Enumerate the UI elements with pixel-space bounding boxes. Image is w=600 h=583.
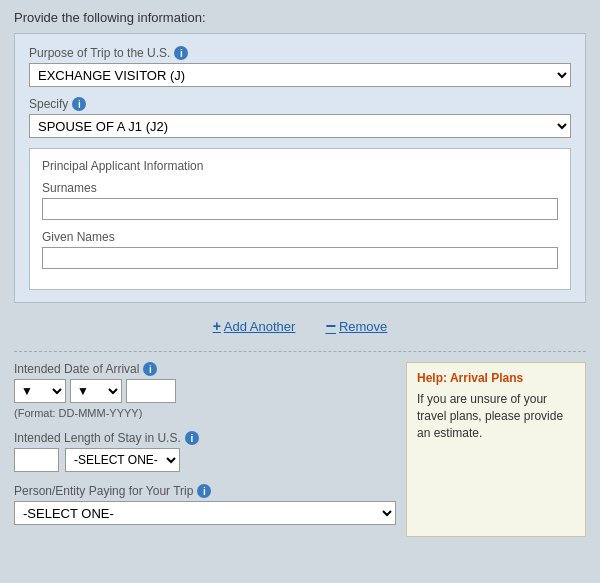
help-panel: Help: Arrival Plans If you are unsure of… — [406, 362, 586, 537]
date-row: ▼ ▼ — [14, 379, 396, 403]
month-select[interactable]: ▼ — [70, 379, 122, 403]
day-select[interactable]: ▼ — [14, 379, 66, 403]
plus-icon: + — [213, 318, 221, 334]
specify-select[interactable]: SPOUSE OF A J1 (J2) DEPENDENT CHILD OTHE… — [29, 114, 571, 138]
main-container: Provide the following information: Purpo… — [0, 0, 600, 547]
bottom-left: Intended Date of Arrival i ▼ ▼ (Format: … — [14, 362, 396, 537]
surnames-input[interactable] — [42, 198, 558, 220]
purpose-label: Purpose of Trip to the U.S. i — [29, 46, 571, 60]
given-names-label: Given Names — [42, 230, 558, 244]
given-names-field-group: Given Names — [42, 230, 558, 269]
section-intro: Provide the following information: — [14, 10, 586, 25]
purpose-info-icon[interactable]: i — [174, 46, 188, 60]
arrival-info-icon[interactable]: i — [143, 362, 157, 376]
trip-info-card: Purpose of Trip to the U.S. i EXCHANGE V… — [14, 33, 586, 303]
surnames-field-group: Surnames — [42, 181, 558, 220]
specify-field-group: Specify i SPOUSE OF A J1 (J2) DEPENDENT … — [29, 97, 571, 138]
arrival-date-group: Intended Date of Arrival i ▼ ▼ (Format: … — [14, 362, 396, 419]
specify-info-icon[interactable]: i — [72, 97, 86, 111]
principal-box: Principal Applicant Information Surnames… — [29, 148, 571, 290]
principal-title: Principal Applicant Information — [42, 159, 558, 173]
add-another-button[interactable]: + Add Another — [213, 317, 296, 335]
length-unit-select[interactable]: -SELECT ONE- DAYS WEEKS MONTHS YEARS — [65, 448, 180, 472]
paying-select[interactable]: -SELECT ONE- SELF US PETITIONER EMPLOYER… — [14, 501, 396, 525]
help-title: Help: Arrival Plans — [417, 371, 575, 385]
section-divider — [14, 351, 586, 352]
purpose-field-group: Purpose of Trip to the U.S. i EXCHANGE V… — [29, 46, 571, 87]
specify-label: Specify i — [29, 97, 571, 111]
length-stay-label: Intended Length of Stay in U.S. i — [14, 431, 396, 445]
bottom-section: Intended Date of Arrival i ▼ ▼ (Format: … — [14, 362, 586, 537]
add-remove-row: + Add Another − Remove — [14, 309, 586, 347]
given-names-input[interactable] — [42, 247, 558, 269]
length-stay-group: Intended Length of Stay in U.S. i -SELEC… — [14, 431, 396, 472]
surnames-label: Surnames — [42, 181, 558, 195]
purpose-select[interactable]: EXCHANGE VISITOR (J) STUDENT (F/M) TOURI… — [29, 63, 571, 87]
paying-info-icon[interactable]: i — [197, 484, 211, 498]
length-number-input[interactable] — [14, 448, 59, 472]
help-text: If you are unsure of your travel plans, … — [417, 391, 575, 441]
arrival-date-label: Intended Date of Arrival i — [14, 362, 396, 376]
minus-icon: − — [325, 317, 336, 335]
length-row: -SELECT ONE- DAYS WEEKS MONTHS YEARS — [14, 448, 396, 472]
paying-label: Person/Entity Paying for Your Trip i — [14, 484, 396, 498]
year-input[interactable] — [126, 379, 176, 403]
remove-button[interactable]: − Remove — [325, 317, 387, 335]
paying-group: Person/Entity Paying for Your Trip i -SE… — [14, 484, 396, 525]
format-hint: (Format: DD-MMM-YYYY) — [14, 407, 396, 419]
length-info-icon[interactable]: i — [185, 431, 199, 445]
